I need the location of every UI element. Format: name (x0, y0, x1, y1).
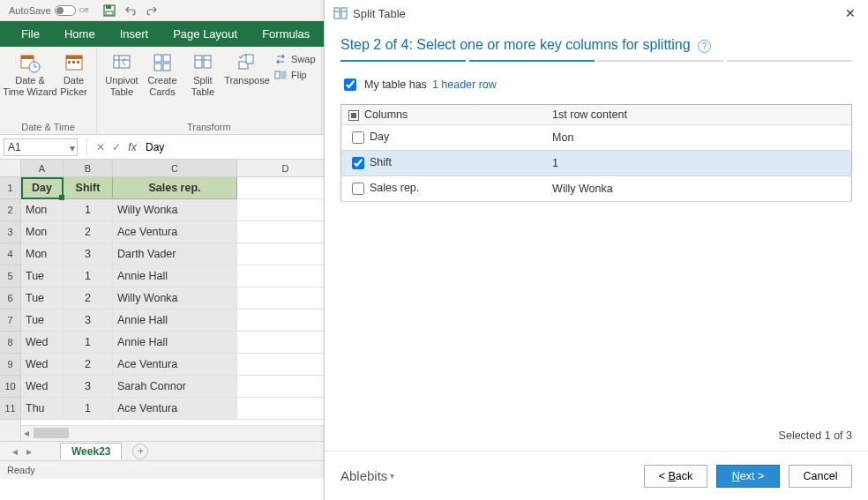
cell[interactable]: Ace Ventura (113, 221, 237, 243)
column-checkbox[interactable] (352, 131, 364, 144)
column-checkbox[interactable] (352, 157, 364, 169)
header-rows-link[interactable]: 1 header row (432, 78, 497, 91)
col-header[interactable]: A (21, 160, 64, 176)
cell[interactable] (237, 287, 334, 310)
cell[interactable]: 3 (64, 243, 113, 265)
brand-menu[interactable]: Ablebits ▾ (340, 468, 394, 483)
cell[interactable] (237, 243, 334, 265)
cell[interactable]: Willy Wonka (113, 199, 237, 221)
cell[interactable] (237, 398, 334, 420)
tab-home[interactable]: Home (52, 21, 108, 47)
scroll-left-icon[interactable]: ◂ (21, 428, 32, 438)
cell[interactable]: Thu (21, 398, 64, 420)
cell[interactable]: 2 (64, 221, 113, 243)
cell[interactable] (237, 177, 334, 199)
tab-pagelayout[interactable]: Page Layout (161, 21, 250, 47)
create-cards-button[interactable]: Create Cards (143, 50, 182, 97)
cell[interactable]: Wed (21, 332, 64, 354)
name-box[interactable]: A1 ▾ (4, 138, 78, 156)
row-header[interactable]: 7 (0, 310, 20, 332)
enter-formula-icon[interactable]: ✓ (108, 139, 124, 155)
row-header[interactable]: 6 (0, 287, 20, 310)
cell[interactable]: Shift (64, 177, 113, 199)
row-header[interactable]: 5 (0, 265, 20, 287)
cell[interactable]: Mon (21, 199, 64, 221)
cell[interactable] (237, 199, 334, 221)
row-header[interactable]: 4 (0, 243, 20, 265)
help-icon[interactable]: ? (698, 40, 711, 53)
cell[interactable] (237, 310, 334, 332)
cell[interactable]: 3 (64, 376, 113, 398)
key-column-row[interactable]: Shift 1 (341, 151, 852, 176)
cell[interactable]: Annie Hall (113, 332, 237, 354)
cell[interactable]: Mon (21, 221, 64, 243)
cell[interactable]: Mon (21, 243, 64, 265)
cell[interactable]: 2 (64, 287, 113, 310)
col-header[interactable]: C (113, 160, 237, 176)
date-time-wizard-button[interactable]: Date & Time Wizard (5, 50, 55, 97)
undo-icon[interactable] (123, 4, 138, 18)
cell[interactable]: Darth Vader (113, 243, 237, 265)
cell[interactable]: Annie Hall (113, 310, 237, 332)
redo-icon[interactable] (145, 4, 159, 18)
header-rows-checkbox-row[interactable]: My table has 1 header row (340, 76, 852, 93)
cell[interactable]: Tue (21, 287, 64, 310)
row-header[interactable]: 10 (0, 376, 20, 398)
key-column-row[interactable]: Day Mon (341, 125, 852, 151)
cell[interactable] (237, 376, 334, 398)
cell[interactable]: 1 (64, 199, 113, 221)
cell[interactable]: Willy Wonka (113, 287, 237, 310)
sheet-tab-active[interactable]: Week23 (60, 443, 122, 459)
cell[interactable]: 1 (64, 398, 113, 420)
sheet-nav-next-icon[interactable]: ▸ (23, 445, 35, 458)
cell[interactable]: 1 (64, 332, 113, 354)
cell[interactable] (237, 332, 334, 354)
chevron-down-icon[interactable]: ▾ (70, 142, 75, 154)
transpose-button[interactable]: Transpose (224, 50, 270, 97)
cell[interactable]: Annie Hall (113, 265, 237, 287)
scroll-thumb[interactable] (34, 428, 69, 438)
col-header[interactable]: B (64, 160, 113, 176)
cell[interactable] (237, 354, 334, 376)
cell[interactable]: Sales rep. (113, 177, 237, 199)
save-icon[interactable] (102, 4, 116, 18)
cancel-formula-icon[interactable]: ✕ (93, 139, 108, 155)
header-rows-checkbox[interactable] (344, 78, 356, 91)
unpivot-table-button[interactable]: Unpivot Table (102, 50, 141, 97)
col-header[interactable]: D (237, 160, 334, 176)
row-header[interactable]: 8 (0, 332, 20, 354)
cell[interactable]: Wed (21, 376, 64, 398)
cell[interactable]: Ace Ventura (113, 398, 237, 420)
column-checkbox[interactable] (352, 183, 364, 195)
add-sheet-button[interactable]: + (132, 444, 148, 459)
cell[interactable]: Tue (21, 265, 64, 287)
row-header[interactable]: 1 (0, 177, 20, 199)
cell[interactable]: 2 (64, 354, 113, 376)
select-all-columns-checkbox[interactable] (348, 110, 359, 121)
cell[interactable] (237, 265, 334, 287)
row-header[interactable]: 11 (0, 398, 20, 420)
select-all-corner[interactable] (0, 160, 20, 177)
cell[interactable]: 3 (64, 310, 113, 332)
tab-formulas[interactable]: Formulas (250, 21, 322, 47)
cell[interactable] (237, 221, 334, 243)
flip-button[interactable]: Flip (273, 68, 316, 82)
next-button[interactable]: Next > (716, 465, 780, 488)
row-header[interactable]: 9 (0, 354, 20, 376)
row-header[interactable]: 3 (0, 221, 20, 243)
tab-file[interactable]: File (9, 21, 52, 47)
split-table-button[interactable]: Split Table (183, 50, 222, 97)
row-header[interactable]: 2 (0, 199, 20, 221)
sheet-nav-prev-icon[interactable]: ◂ (9, 445, 21, 458)
close-button[interactable]: ✕ (842, 4, 859, 22)
cell[interactable]: Day (21, 177, 64, 199)
tab-insert[interactable]: Insert (108, 21, 161, 47)
date-picker-button[interactable]: Date Picker (56, 50, 91, 97)
cell[interactable]: Wed (21, 354, 64, 376)
swap-button[interactable]: Swap (273, 52, 316, 66)
fx-icon[interactable]: fx (124, 139, 140, 155)
autosave-toggle[interactable]: AutoSave Off (4, 5, 94, 16)
cell[interactable]: 1 (64, 265, 113, 287)
cancel-button[interactable]: Cancel (789, 465, 852, 488)
cell[interactable]: Tue (21, 310, 64, 332)
